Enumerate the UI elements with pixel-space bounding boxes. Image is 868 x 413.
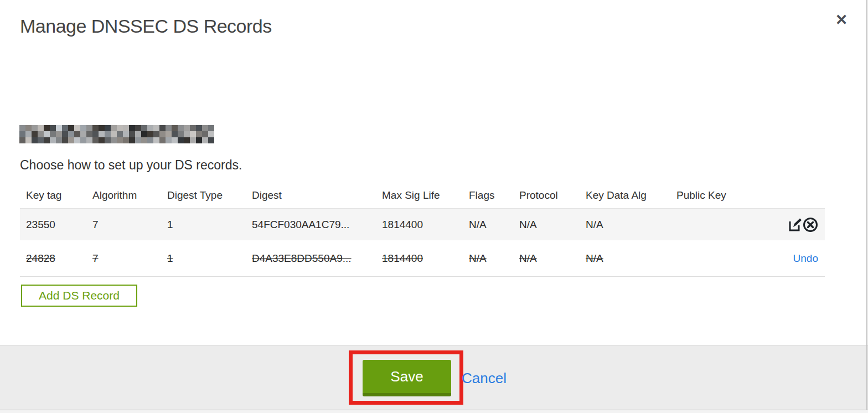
col-header-digest-type: Digest Type — [161, 189, 246, 202]
row-actions — [753, 217, 825, 233]
page-title: Manage DNSSEC DS Records — [20, 16, 272, 37]
cell-digest: 54FCF030AA1C79... — [246, 219, 376, 231]
cell-key-tag: 24828 — [20, 252, 86, 265]
cell-flags: N/A — [463, 252, 513, 265]
col-header-flags: Flags — [463, 189, 513, 202]
delete-icon[interactable] — [803, 217, 818, 233]
cell-max-sig-life: 1814400 — [376, 219, 463, 231]
cell-algorithm: 7 — [86, 219, 161, 231]
redacted-domain — [19, 125, 214, 143]
edit-icon[interactable] — [787, 217, 803, 233]
ds-records-table: Key tag Algorithm Digest Type Digest Max… — [20, 183, 825, 277]
cell-key-data-alg: N/A — [580, 252, 670, 265]
col-header-algorithm: Algorithm — [86, 189, 161, 202]
cancel-link[interactable]: Cancel — [462, 370, 507, 387]
col-header-key-data-alg: Key Data Alg — [580, 189, 670, 202]
undo-link[interactable]: Undo — [793, 252, 818, 265]
table-row-deleted: 24828 7 1 D4A33E8DD550A9... 1814400 N/A … — [20, 240, 825, 277]
cell-max-sig-life: 1814400 — [376, 252, 463, 265]
instruction-text: Choose how to set up your DS records. — [20, 158, 242, 173]
col-header-key-tag: Key tag — [20, 189, 86, 202]
cell-algorithm: 7 — [86, 252, 161, 265]
col-header-protocol: Protocol — [513, 189, 580, 202]
save-button[interactable]: Save — [363, 360, 451, 396]
cell-flags: N/A — [463, 219, 513, 231]
table-header-row: Key tag Algorithm Digest Type Digest Max… — [20, 183, 825, 208]
window-border — [866, 0, 867, 410]
col-header-max-sig-life: Max Sig Life — [376, 189, 463, 202]
row-actions: Undo — [753, 252, 825, 265]
cell-digest-type: 1 — [161, 219, 246, 231]
cell-digest-type: 1 — [161, 252, 246, 265]
cell-protocol: N/A — [513, 219, 580, 231]
cell-protocol: N/A — [513, 252, 580, 265]
cell-key-tag: 23550 — [20, 219, 86, 231]
cell-key-data-alg: N/A — [580, 219, 670, 231]
cell-digest: D4A33E8DD550A9... — [246, 252, 376, 265]
col-header-digest: Digest — [246, 189, 376, 202]
dnssec-modal: Manage DNSSEC DS Records ✕ Choose how to… — [0, 0, 868, 413]
close-icon[interactable]: ✕ — [831, 10, 851, 30]
add-ds-record-button[interactable]: Add DS Record — [21, 285, 137, 307]
table-row: 23550 7 1 54FCF030AA1C79... 1814400 N/A … — [20, 208, 825, 240]
col-header-public-key: Public Key — [670, 189, 753, 202]
background-page-edge — [0, 410, 868, 413]
